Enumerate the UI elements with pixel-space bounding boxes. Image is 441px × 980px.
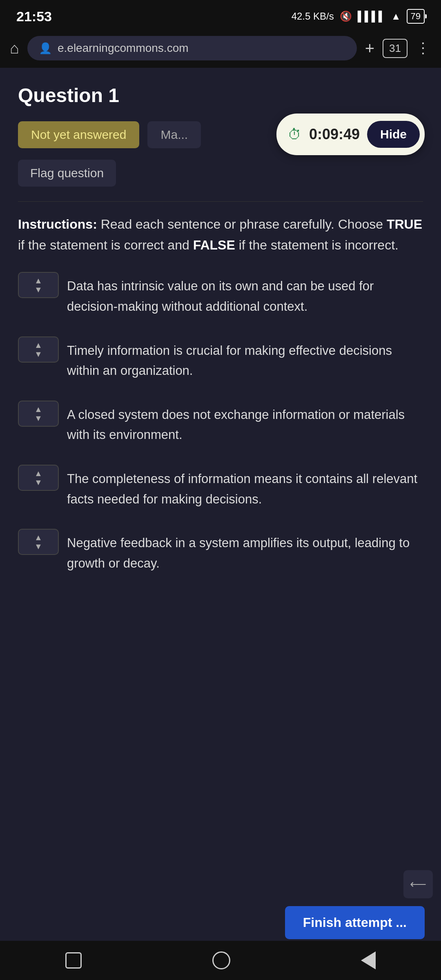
scroll-button[interactable]: ⟵ (403, 870, 433, 898)
question-item: ▲ ▼ Negative feedback in a system amplif… (18, 529, 423, 573)
instructions-body: Read each sentence or phrase carefully. … (101, 217, 387, 232)
select-arrows-1: ▲ ▼ (34, 276, 42, 294)
nav-bar (0, 941, 441, 980)
question-item: ▲ ▼ A closed system does not exchange in… (18, 401, 423, 445)
question-text-2: Timely information is crucial for making… (67, 336, 423, 381)
nav-back-button[interactable] (361, 951, 376, 969)
signal-icon: ▌▌▌▌ (358, 11, 385, 22)
finish-attempt-container: Finish attempt ... (285, 906, 425, 939)
arrow-down-icon: ▼ (34, 478, 42, 486)
question-item-row: ▲ ▼ Timely information is crucial for ma… (18, 336, 423, 381)
arrow-up-icon: ▲ (34, 341, 42, 349)
answer-select-1[interactable]: ▲ ▼ (18, 272, 59, 298)
status-bar: 21:53 42.5 KB/s 🔇 ▌▌▌▌ ▲ 79 (0, 0, 441, 29)
select-arrows-2: ▲ ▼ (34, 341, 42, 358)
arrow-down-icon: ▼ (34, 414, 42, 422)
status-time: 21:53 (16, 9, 52, 24)
answer-select-5[interactable]: ▲ ▼ (18, 529, 59, 555)
marks-badge: Ma... (147, 121, 201, 148)
false-keyword: FALSE (193, 238, 235, 252)
speed-indicator: 42.5 KB/s (292, 11, 334, 22)
question-text-4: The completeness of information means it… (67, 465, 423, 509)
address-bar[interactable]: 👤 e.elearningcommons.com (27, 36, 357, 60)
question-item-row: ▲ ▼ A closed system does not exchange in… (18, 401, 423, 445)
question-item-row: ▲ ▼ The completeness of information mean… (18, 465, 423, 509)
question-text-5: Negative feedback in a system amplifies … (67, 529, 423, 573)
divider (18, 201, 423, 202)
arrow-up-icon: ▲ (34, 469, 42, 477)
status-icons: 42.5 KB/s 🔇 ▌▌▌▌ ▲ 79 (292, 9, 425, 24)
battery-indicator: 79 (407, 9, 425, 24)
nav-square-button[interactable] (65, 952, 82, 969)
answer-select-2[interactable]: ▲ ▼ (18, 336, 59, 363)
question-items-list: ▲ ▼ Data has intrinsic value on its own … (18, 272, 423, 573)
question-text-3: A closed system does not exchange inform… (67, 401, 423, 445)
tab-count[interactable]: 31 (383, 39, 408, 58)
clock-icon: ⏱ (288, 127, 302, 143)
arrow-down-icon: ▼ (34, 285, 42, 294)
instructions-end: if the statement is incorrect. (239, 238, 399, 252)
mute-icon: 🔇 (340, 11, 352, 22)
wifi-icon: ▲ (391, 11, 401, 22)
page-content: ⏱ 0:09:49 Hide Question 1 Not yet answer… (0, 68, 441, 966)
url-text: e.elearningcommons.com (58, 42, 189, 55)
flag-question-button[interactable]: Flag question (18, 160, 116, 187)
instructions-mid: if the statement is correct and (18, 238, 193, 252)
browser-toolbar: ⌂ 👤 e.elearningcommons.com + 31 ⋮ (10, 36, 431, 60)
question-item: ▲ ▼ Data has intrinsic value on its own … (18, 272, 423, 316)
browser-chrome: ⌂ 👤 e.elearningcommons.com + 31 ⋮ (0, 29, 441, 68)
home-icon[interactable]: ⌂ (10, 40, 19, 57)
menu-button[interactable]: ⋮ (416, 40, 431, 57)
new-tab-button[interactable]: + (365, 39, 374, 58)
select-arrows-3: ▲ ▼ (34, 405, 42, 422)
scroll-icon: ⟵ (410, 878, 426, 891)
answer-select-3[interactable]: ▲ ▼ (18, 401, 59, 427)
timer-popup: ⏱ 0:09:49 Hide (276, 114, 425, 155)
select-arrows-4: ▲ ▼ (34, 469, 42, 486)
question-text-1: Data has intrinsic value on its own and … (67, 272, 423, 316)
finish-attempt-button[interactable]: Finish attempt ... (285, 906, 425, 939)
instructions-label: Instructions: (18, 217, 97, 232)
question-item: ▲ ▼ The completeness of information mean… (18, 465, 423, 509)
arrow-down-icon: ▼ (34, 350, 42, 358)
profile-icon: 👤 (39, 42, 52, 55)
question-title: Question 1 (18, 84, 423, 107)
instructions-text: Instructions: Read each sentence or phra… (18, 214, 423, 256)
arrow-down-icon: ▼ (34, 542, 42, 550)
arrow-up-icon: ▲ (34, 405, 42, 413)
answer-select-4[interactable]: ▲ ▼ (18, 465, 59, 491)
question-item-row: ▲ ▼ Data has intrinsic value on its own … (18, 272, 423, 316)
true-keyword: TRUE (387, 217, 422, 232)
question-item-row: ▲ ▼ Negative feedback in a system amplif… (18, 529, 423, 573)
arrow-up-icon: ▲ (34, 533, 42, 541)
select-arrows-5: ▲ ▼ (34, 533, 42, 550)
question-item: ▲ ▼ Timely information is crucial for ma… (18, 336, 423, 381)
nav-home-button[interactable] (212, 951, 230, 969)
not-answered-badge: Not yet answered (18, 121, 139, 148)
timer-display: 0:09:49 (309, 126, 360, 143)
hide-timer-button[interactable]: Hide (367, 121, 420, 148)
flag-row: Flag question (18, 160, 423, 187)
arrow-up-icon: ▲ (34, 276, 42, 285)
